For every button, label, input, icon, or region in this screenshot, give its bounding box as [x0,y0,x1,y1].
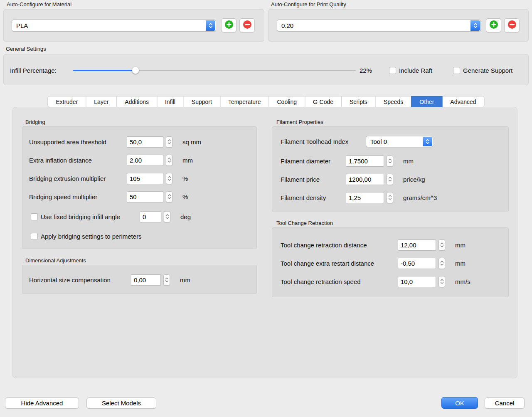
setting-row: Apply bridging settings to perimeters [31,230,142,242]
extra-inflation-distance-stepper[interactable] [166,155,172,166]
extra-inflation-distance-input[interactable] [127,155,163,166]
tab-additions[interactable]: Additions [116,96,157,107]
fixed-bridging-angle-stepper[interactable] [164,211,170,222]
bridging-speed-multiplier-label: Bridging speed multiplier [29,193,127,200]
bridging-group-title: Bridging [25,119,45,126]
filament-diameter-stepper[interactable] [387,155,393,167]
toolchange-retraction-speed-input[interactable] [398,276,436,287]
infill-slider-knob[interactable] [132,67,139,74]
filament-toolhead-selected-value: Tool 0 [370,138,387,145]
infill-percentage-slider[interactable] [73,64,356,76]
tab-extruder[interactable]: Extruder [47,96,86,107]
unit-label: % [182,193,188,200]
chevron-updown-icon [423,137,432,146]
bridging-extrusion-multiplier-stepper[interactable] [166,173,172,184]
extra-inflation-distance-label: Extra inflation distance [29,157,127,164]
quality-select[interactable]: 0.20 [277,20,481,32]
infill-percentage-label: Infill Percentage: [10,67,57,74]
generate-support-checkbox[interactable] [453,67,460,74]
tab-cooling[interactable]: Cooling [269,96,305,107]
select-models-button[interactable]: Select Models [86,397,156,409]
infill-percentage-value: 22% [360,67,372,74]
material-group-panel: PLA [3,9,264,42]
tab-infill[interactable]: Infill [157,96,184,107]
unit-label: % [182,175,188,182]
toolchange-retraction-distance-stepper[interactable] [438,239,445,251]
toolchange-retraction-distance-input[interactable] [398,239,436,251]
tab-gcode[interactable]: G-Code [305,96,342,107]
toolchange-retraction-speed-stepper[interactable] [438,276,445,287]
dimensional-group-panel: Horizontal size compensation mm [22,265,257,294]
unit-label: grams/cm^3 [403,194,437,201]
toolchange-extra-restart-distance-stepper[interactable] [438,258,445,269]
unsupported-area-threshold-stepper[interactable] [166,136,172,148]
horizontal-size-compensation-stepper[interactable] [163,274,170,286]
toolchange-extra-restart-distance-label: Tool change extra restart distance [281,260,398,267]
bridging-extrusion-multiplier-label: Bridging extrusion multiplier [29,175,127,182]
quality-selected-value: 0.20 [281,22,293,29]
filament-toolhead-index-select[interactable]: Tool 0 [366,136,433,147]
hide-advanced-button[interactable]: Hide Advanced [5,397,79,409]
generate-support-label: Generate Support [463,67,512,74]
ok-button[interactable]: OK [441,397,478,409]
setting-row: Filament density grams/cm^3 [281,192,437,203]
filament-group-title: Filament Properties [276,119,323,126]
apply-bridging-perimeters-label: Apply bridging settings to perimeters [41,233,142,240]
setting-row: Horizontal size compensation mm [29,274,190,286]
unit-label: mm [182,157,193,164]
unit-label: mm [455,242,466,249]
plus-icon [489,20,498,31]
tab-other[interactable]: Other [411,96,442,107]
setting-row: Extra inflation distance mm [29,154,193,166]
setting-row: Bridging extrusion multiplier % [29,173,188,184]
bridging-extrusion-multiplier-input[interactable] [127,173,163,184]
filament-price-label: Filament price [281,176,346,183]
quality-remove-button[interactable] [504,18,520,32]
fixed-bridging-angle-label: Use fixed bridging infill angle [41,213,140,220]
setting-row: Bridging speed multiplier % [29,191,188,202]
include-raft-checkbox[interactable] [389,67,396,74]
filament-price-input[interactable] [346,174,384,185]
filament-price-stepper[interactable] [387,174,393,185]
tab-advanced[interactable]: Advanced [442,96,484,107]
filament-density-stepper[interactable] [387,192,393,203]
setting-row: Filament price price/kg [281,173,425,185]
setting-row: Use fixed bridging infill angle deg [31,211,191,222]
filament-density-input[interactable] [346,192,384,203]
plus-icon [224,20,234,31]
tab-temperature[interactable]: Temperature [220,96,269,107]
unsupported-area-threshold-input[interactable] [127,136,163,148]
tab-scripts[interactable]: Scripts [341,96,376,107]
material-select[interactable]: PLA [12,20,216,32]
setting-row: Unsupported area threshold sq mm [29,136,201,148]
toolchange-extra-restart-distance-input[interactable] [398,258,436,269]
tab-support[interactable]: Support [183,96,220,107]
filament-group-panel: Filament Toolhead Index Tool 0 Filament … [272,126,509,212]
bridging-speed-multiplier-input[interactable] [127,191,163,202]
general-group-title: General Settings [6,46,46,52]
material-add-button[interactable] [221,18,236,32]
apply-bridging-perimeters-checkbox[interactable] [31,233,38,240]
cancel-button[interactable]: Cancel [485,397,525,409]
fixed-bridging-angle-input[interactable] [140,211,161,222]
horizontal-size-compensation-input[interactable] [131,274,161,286]
setting-row: Tool change retraction speed mm/s [281,276,470,287]
tab-content-panel: Bridging Unsupported area threshold sq m… [12,107,517,378]
unit-label: deg [180,213,191,220]
material-group-title: Auto-Configure for Material [7,1,71,8]
unit-label: mm [455,260,466,267]
bridging-speed-multiplier-stepper[interactable] [166,191,172,202]
setting-row: Tool change retraction distance mm [281,239,466,251]
filament-toolhead-index-label: Filament Toolhead Index [281,138,366,145]
chevron-updown-icon [206,20,215,31]
material-remove-button[interactable] [239,18,255,32]
tab-speeds[interactable]: Speeds [375,96,411,107]
filament-diameter-input[interactable] [346,155,384,167]
chevron-updown-icon [470,20,480,31]
fixed-bridging-angle-checkbox[interactable] [31,213,38,220]
quality-add-button[interactable] [486,18,501,32]
bridging-group-panel: Unsupported area threshold sq mm Extra i… [22,126,257,249]
unit-label: price/kg [403,176,425,183]
include-raft-label: Include Raft [399,67,432,74]
tab-layer[interactable]: Layer [86,96,117,107]
